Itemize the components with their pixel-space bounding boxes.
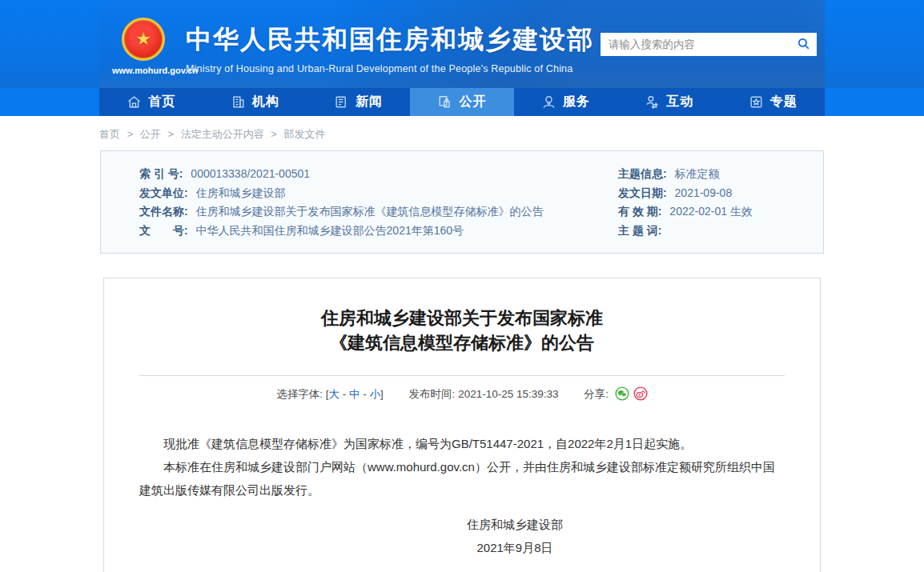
title-divider [139, 375, 785, 376]
search-button[interactable] [789, 33, 817, 56]
breadcrumb-disclosure[interactable]: 公开 [140, 128, 161, 140]
doc-info-label: 文件名称: [139, 205, 188, 218]
national-emblem-logo: ★ [122, 18, 165, 61]
article-signature-block: 住房和城乡建设部 2021年9月8日 [192, 513, 838, 559]
doc-info-row-keywords: 主 题 词: [618, 222, 823, 241]
weibo-share-icon[interactable] [633, 386, 648, 403]
interaction-icon [645, 94, 660, 110]
nav-bar-outer: 首页 机构 新闻 公开 [0, 88, 924, 116]
site-header: ★ www.mohurd.gov.cn 中华人民共和国住房和城乡建设部 Mini… [0, 0, 924, 88]
dash: - [343, 388, 347, 400]
doc-info-row-effective-date: 有 效 期: 2022-02-01 生效 [618, 202, 823, 222]
doc-info-row-document-title: 文件名称: 住房和城乡建设部关于发布国家标准《建筑信息模型存储标准》的公告 [139, 202, 618, 222]
nav-item-orgs[interactable]: 机构 [203, 88, 306, 116]
building-icon [231, 94, 246, 110]
nav-item-services[interactable]: 服务 [514, 88, 617, 116]
doc-info-label: 主题信息: [618, 167, 667, 180]
disclosure-icon [437, 94, 452, 110]
bracket: ] [380, 388, 384, 400]
article-meta-row: 选择字体: [大 - 中 - 小] 发布时间: 2021-10-25 15:39… [139, 386, 785, 403]
search-box [601, 33, 817, 56]
doc-info-label: 发文日期: [618, 186, 667, 199]
site-subtitle: Ministry of Housing and Urban-Rural Deve… [186, 63, 594, 74]
doc-info-value: 2021-09-08 [675, 186, 733, 199]
doc-info-value: 2022-02-01 生效 [669, 205, 753, 218]
breadcrumb-statutory-disclosure[interactable]: 法定主动公开内容 [181, 128, 264, 140]
home-icon [127, 94, 142, 110]
doc-info-label: 有 效 期: [618, 205, 661, 218]
breadcrumb-ministry-documents[interactable]: 部发文件 [284, 128, 326, 140]
header-banner: ★ www.mohurd.gov.cn 中华人民共和国住房和城乡建设部 Mini… [99, 0, 825, 88]
star-badge-icon [749, 94, 764, 110]
font-size-small-button[interactable]: 小 [370, 388, 381, 400]
doc-info-label: 主 题 词: [618, 224, 661, 237]
site-title: 中华人民共和国住房和城乡建设部 [186, 22, 594, 58]
breadcrumb-separator: > [271, 128, 277, 140]
main-nav: 首页 机构 新闻 公开 [99, 88, 825, 116]
doc-info-value: 住房和城乡建设部关于发布国家标准《建筑信息模型存储标准》的公告 [196, 205, 544, 218]
breadcrumb-separator: > [167, 128, 174, 140]
doc-info-row-issue-date: 发文日期: 2021-09-08 [618, 184, 823, 203]
share-group: 分享: [584, 388, 648, 400]
publish-time: 发布时间: 2021-10-25 15:39:33 [409, 388, 562, 400]
font-size-medium-button[interactable]: 中 [349, 388, 360, 400]
article-title: 住房和城乡建设部关于发布国家标准 《建筑信息模型存储标准》的公告 [139, 306, 785, 355]
site-url: www.mohurd.gov.cn [112, 66, 175, 75]
doc-info-label: 发文单位: [139, 186, 188, 199]
nav-label: 互动 [666, 94, 693, 110]
article-panel: 住房和城乡建设部关于发布国家标准 《建筑信息模型存储标准》的公告 选择字体: [… [103, 278, 821, 572]
doc-info-row-document-number: 文 号: 中华人民共和国住房和城乡建设部公告2021年第160号 [139, 222, 618, 241]
doc-info-row-issuing-unit: 发文单位: 住房和城乡建设部 [139, 184, 618, 203]
news-icon [334, 94, 349, 110]
nav-label: 专题 [770, 94, 797, 110]
article-title-line1: 住房和城乡建设部关于发布国家标准 [139, 306, 785, 330]
doc-info-row-index-number: 索 引 号: 000013338/2021-00501 [139, 165, 618, 184]
wechat-share-icon[interactable] [615, 386, 629, 403]
doc-info-left-column: 索 引 号: 000013338/2021-00501 发文单位: 住房和城乡建… [139, 165, 618, 240]
doc-info-label: 索 引 号: [139, 167, 183, 180]
search-icon [797, 37, 810, 53]
font-selector-label: 选择字体: [276, 388, 323, 400]
doc-info-value: 000013338/2021-00501 [191, 167, 310, 180]
nav-item-home[interactable]: 首页 [99, 88, 203, 116]
signature-date: 2021年9月8日 [192, 536, 838, 559]
font-size-selector: 选择字体: [大 - 中 - 小] [276, 388, 386, 400]
publish-time-label: 发布时间: [409, 388, 456, 400]
nav-item-interaction[interactable]: 互动 [617, 88, 721, 116]
article-paragraph: 现批准《建筑信息模型存储标准》为国家标准，编号为GB/T51447-2021，自… [139, 432, 785, 455]
share-label: 分享: [584, 388, 609, 400]
publish-time-value: 2021-10-25 15:39:33 [458, 388, 558, 400]
dash: - [363, 388, 367, 400]
breadcrumb: 首页 > 公开 > 法定主动公开内容 > 部发文件 [99, 127, 825, 142]
emblem-star-icon: ★ [135, 30, 151, 48]
article-body: 现批准《建筑信息模型存储标准》为国家标准，编号为GB/T51447-2021，自… [139, 432, 785, 502]
article-paragraph: 本标准在住房和城乡建设部门户网站（www.mohurd.gov.cn）公开，并由… [139, 455, 785, 502]
nav-label: 首页 [148, 94, 175, 110]
doc-info-value: 住房和城乡建设部 [196, 186, 286, 199]
nav-label: 新闻 [356, 94, 383, 110]
doc-info-row-topic: 主题信息: 标准定额 [618, 165, 823, 184]
nav-label: 服务 [563, 94, 590, 110]
nav-item-special-topics[interactable]: 专题 [721, 88, 825, 116]
doc-info-value: 中华人民共和国住房和城乡建设部公告2021年第160号 [196, 224, 464, 237]
search-input[interactable] [601, 33, 789, 56]
doc-info-value: 标准定额 [675, 167, 720, 180]
nav-item-news[interactable]: 新闻 [307, 88, 410, 116]
breadcrumb-separator: > [127, 128, 134, 140]
doc-info-label: 文 号: [139, 224, 188, 237]
signature-org: 住房和城乡建设部 [192, 513, 838, 536]
service-person-icon [541, 94, 556, 110]
nav-label: 公开 [459, 94, 486, 110]
breadcrumb-home[interactable]: 首页 [99, 128, 120, 140]
site-brand[interactable]: ★ www.mohurd.gov.cn 中华人民共和国住房和城乡建设部 Mini… [112, 18, 594, 75]
doc-info-right-column: 主题信息: 标准定额 发文日期: 2021-09-08 有 效 期: 2022-… [618, 165, 823, 240]
nav-label: 机构 [252, 94, 279, 110]
document-info-box: 索 引 号: 000013338/2021-00501 发文单位: 住房和城乡建… [100, 150, 824, 254]
article-title-line2: 《建筑信息模型存储标准》的公告 [139, 330, 785, 355]
nav-item-disclosure[interactable]: 公开 [410, 88, 513, 116]
font-size-large-button[interactable]: 大 [329, 388, 340, 400]
